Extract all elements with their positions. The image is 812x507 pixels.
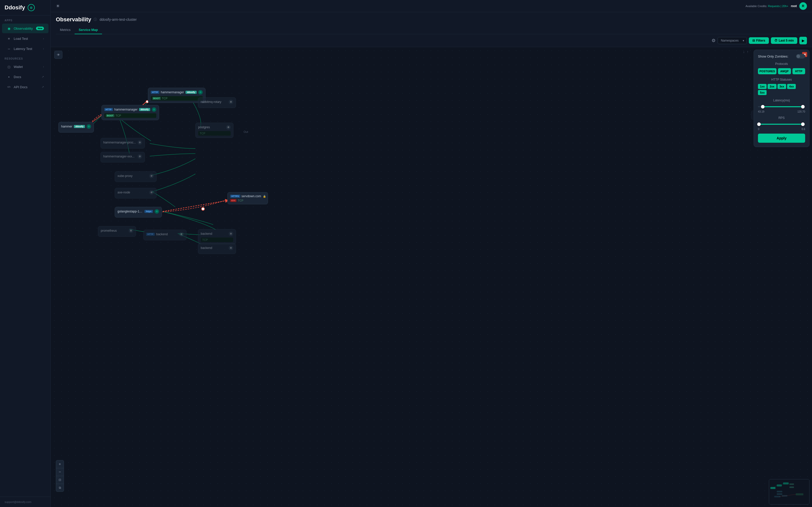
tab-metrics[interactable]: Metrics: [56, 26, 74, 34]
sidebar-item-wallet[interactable]: ◻ Wallet ›: [2, 62, 48, 71]
eye-toggle-button[interactable]: 👁: [54, 51, 62, 59]
latency-slider-labels: 43.19 120.70: [758, 110, 805, 113]
node-header: xube-proxy ⚙: [117, 174, 154, 178]
theme-toggle-icon[interactable]: ☀: [56, 3, 60, 9]
sidebar-item-api-docs[interactable]: </> API Docs ↗: [2, 82, 48, 92]
show-zombies-label: Show Only Zombies:: [758, 55, 789, 58]
node-hammermanager-2[interactable]: HTTP hammermanager ddosify ⚙ BOOT TCP: [148, 88, 206, 103]
time-range-button[interactable]: ⏱ Last 5 min: [771, 37, 797, 44]
sidebar-item-docs[interactable]: ▪ Docs ↗: [2, 72, 48, 81]
node-backend3[interactable]: backend ⚙: [198, 243, 236, 254]
tab-service-map[interactable]: Service Map: [74, 26, 102, 34]
node-xube-proxy[interactable]: xube-proxy ⚙: [115, 171, 157, 182]
latency-slider[interactable]: [758, 104, 805, 109]
node-settings-icon[interactable]: ⚙: [155, 209, 159, 214]
slider-thumb-left[interactable]: [761, 105, 765, 109]
http-statuses-title: HTTP Statuses: [758, 78, 805, 81]
rps-slider-section: RPS 0 0.6: [758, 116, 805, 130]
apply-button[interactable]: Apply: [758, 133, 805, 143]
zombies-toggle[interactable]: [796, 54, 805, 59]
docs-icon: ▪: [7, 74, 11, 79]
chevron-icon: ›: [43, 37, 44, 40]
zoom-controls: + − ⊡ ⧉: [56, 460, 64, 492]
node-settings-icon[interactable]: ⚙: [87, 124, 91, 129]
rps-slider-labels: 0 0.6: [758, 128, 805, 130]
content-header: Observability ⓘ ddosify-arm-test-cluster…: [51, 12, 812, 34]
zoom-compass-button[interactable]: ⧉: [56, 484, 64, 492]
topbar: ☀ Available Credits: Requests | 20h+ roo…: [51, 0, 812, 12]
node-hammermanager-1[interactable]: HTTP hammermanager ddosify ⚙ BOOT TCP: [101, 105, 159, 120]
svg-line-15: [789, 484, 790, 484]
minimap[interactable]: [769, 479, 809, 504]
svg-rect-12: [796, 493, 803, 495]
node-golangtestapp[interactable]: golangtestapp-1-21-... https ⚙: [115, 207, 162, 218]
node-header: backend ⚙: [201, 231, 233, 236]
latency-test-icon: ↔: [7, 46, 11, 51]
amqp-proto-button[interactable]: AMQP: [778, 68, 791, 74]
node-settings-icon[interactable]: ⚙: [226, 125, 231, 129]
rps-slider[interactable]: [758, 122, 805, 127]
slider-thumb-right[interactable]: [801, 122, 805, 126]
settings-icon[interactable]: ⚙: [712, 38, 716, 43]
node-settings-icon[interactable]: ⚙: [129, 228, 133, 233]
status-2xx-button[interactable]: 2xx: [768, 84, 776, 89]
sidebar-item-latency-test[interactable]: ↔ Latency Test ›: [2, 44, 48, 54]
credits-link[interactable]: Requests | 20h+: [768, 5, 788, 8]
zoom-out-button[interactable]: −: [56, 468, 64, 476]
node-header: hammermanager-xxx... ⚙: [103, 154, 142, 159]
node-backend[interactable]: HTTP backend ⚙: [143, 230, 187, 240]
node-settings-icon[interactable]: ⚙: [138, 154, 142, 159]
node-hammer[interactable]: hammer ddosify ⚙: [58, 122, 94, 132]
status-4xx-button[interactable]: 4xx: [787, 84, 796, 89]
sidebar-item-label: Wallet: [14, 65, 41, 69]
node-sub-protocol: BOOT TCP: [151, 96, 203, 101]
info-icon[interactable]: ⓘ: [94, 17, 97, 22]
svg-rect-7: [790, 487, 794, 488]
cluster-name: ddosify-arm-test-cluster: [99, 17, 137, 21]
node-settings-icon[interactable]: ⚙: [229, 246, 233, 250]
tab-bar: Metrics Service Map: [56, 26, 807, 34]
status-3xx-button[interactable]: 3xx: [777, 84, 786, 89]
filters-button[interactable]: ⊟ Filters: [749, 37, 769, 44]
node-settings-icon[interactable]: ⚙: [229, 231, 233, 236]
node-settings-icon[interactable]: ⚙: [149, 190, 154, 195]
play-button[interactable]: ▶: [799, 37, 807, 44]
sidebar-item-observability[interactable]: ◉ Observability New: [2, 23, 48, 33]
node-settings-icon[interactable]: ⚙: [138, 140, 142, 145]
namespaces-select[interactable]: Namespaces: [718, 37, 747, 44]
node-servdown[interactable]: HTTPS servdown.com 🔒 4XX TCP: [227, 192, 268, 204]
node-prometheus[interactable]: prometheus ⚙: [98, 226, 136, 237]
node-header: golangtestapp-1-21-... https ⚙: [117, 209, 159, 214]
node-settings-icon[interactable]: ⚙: [152, 107, 156, 112]
node-backend2[interactable]: backend ⚙ TCP: [198, 229, 236, 244]
zoom-fit-button[interactable]: ⊡: [56, 476, 64, 484]
http-proto-button[interactable]: HTTP: [793, 68, 805, 74]
zoom-in-button[interactable]: +: [56, 460, 64, 468]
postgres-proto-button[interactable]: POSTGRES: [758, 68, 776, 74]
status-5xx-button[interactable]: 5xx: [758, 90, 767, 95]
node-header: HTTPS servdown.com 🔒: [230, 194, 265, 198]
sidebar-item-load-test[interactable]: ≡ Load Test ›: [2, 34, 48, 43]
slider-thumb-left[interactable]: [757, 122, 761, 126]
node-settings-icon[interactable]: ⚙: [179, 232, 184, 236]
status-1xx-button[interactable]: 1xx: [758, 84, 767, 89]
node-rabbitmq[interactable]: rabbitmq-rotary ⚙: [198, 97, 236, 108]
sidebar-item-label: API Docs: [14, 85, 39, 89]
node-hammermanager-proc[interactable]: hammermanager-proc... ⚙: [100, 138, 145, 149]
topbar-left: ☀: [56, 3, 60, 9]
protocol-buttons: POSTGRES AMQP HTTP: [758, 68, 805, 74]
node-settings-icon[interactable]: ⚙: [149, 174, 154, 178]
node-settings-icon[interactable]: ⚙: [198, 90, 203, 95]
node-header: HTTP backend ⚙: [146, 232, 184, 236]
sort-down-icon[interactable]: ↓: [743, 50, 745, 54]
node-hammermanager-xxx[interactable]: hammermanager-xxx... ⚙: [100, 152, 145, 163]
node-settings-icon[interactable]: ⚙: [229, 100, 233, 104]
resources-section-label: RESOURCES: [0, 54, 50, 62]
slider-thumb-right[interactable]: [801, 105, 805, 109]
sort-up-icon[interactable]: ↑: [747, 50, 749, 54]
node-axe-node[interactable]: axe-node ⚙: [115, 188, 157, 199]
node-postgres[interactable]: postgres ⚙ TCP: [195, 123, 234, 138]
user-name: root: [791, 4, 797, 8]
service-map-canvas[interactable]: 👁: [51, 47, 812, 507]
svg-rect-5: [783, 483, 789, 485]
